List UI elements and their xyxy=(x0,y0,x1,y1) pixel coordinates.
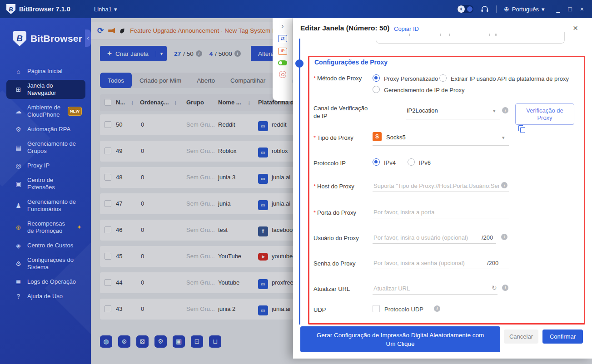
sidebar-item-pagina-inicial[interactable]: ⌂ Página Inicial xyxy=(11,65,85,77)
sidebar-item-ambiente-cloudphone[interactable]: ☁ Ambiente de CloudPhone NEW xyxy=(11,102,85,121)
fingerprint-icon[interactable] xyxy=(279,71,286,78)
minimize-button[interactable]: _ xyxy=(557,5,560,13)
chevron-down-icon: ▾ xyxy=(502,135,505,141)
close-window-button[interactable]: × xyxy=(580,5,584,13)
field-label: Atualizar URL xyxy=(313,285,373,293)
sidebar-item-centro-custos[interactable]: ◈ Centro de Custos xyxy=(11,240,85,251)
sidebar-collapse-handle[interactable]: ‹ xyxy=(85,30,91,47)
sidebar-item-centro-extensoes[interactable]: ▣ Centro de Extensões xyxy=(11,174,85,193)
help-icon: ? xyxy=(15,293,22,300)
side-tools-strip: › ⇄ IP xyxy=(273,18,293,101)
generate-fingerprint-button[interactable]: Gerar Configuração de Impressão Digital … xyxy=(300,326,500,352)
chevron-down-icon: ▾ xyxy=(114,6,117,13)
info-icon[interactable]: i xyxy=(434,305,440,312)
verify-proxy-button[interactable]: Verificação de Proxy xyxy=(515,103,574,125)
field-label: *Host do Proxy xyxy=(313,182,373,190)
refresh-icon[interactable]: ↻ xyxy=(492,284,497,291)
support-headset-icon[interactable] xyxy=(481,5,489,13)
app-title: BitBrowser 7.1.0 xyxy=(19,5,70,13)
ip-check-channel-select[interactable]: IP2Location xyxy=(407,107,438,114)
sidebar-menu: ⌂ Página Inicial ⊞ Janela do Navegador ☁… xyxy=(0,65,91,302)
chevron-down-icon: ▾ xyxy=(542,6,545,13)
sidebar-item-gerenciamento-funcionarios[interactable]: ♟ Gerenciamento de Funcionários xyxy=(11,196,85,215)
cancel-button[interactable]: Cancelar xyxy=(504,330,538,344)
proxy-user-input[interactable]: Por favor, insira o usuário (opcional) xyxy=(373,234,468,241)
radio-gerenciamento-ip[interactable] xyxy=(373,86,380,93)
sidebar-item-logs-operacao[interactable]: ≣ Logs de Operação xyxy=(11,276,85,288)
location-pin-icon: ◎ xyxy=(15,162,22,169)
toggle-icon[interactable] xyxy=(278,60,287,65)
sidebar-item-gerenciamento-grupos[interactable]: ▤ Gerenciamento de Grupos xyxy=(11,138,85,157)
edit-window-modal: Editar Janela (Número: 50) Copiar ID × C… xyxy=(293,18,592,359)
divider xyxy=(496,5,497,13)
sparkle-icon: ✦ xyxy=(77,224,82,231)
reward-icon: ⊛ xyxy=(15,224,22,231)
udp-checkbox[interactable] xyxy=(373,305,380,312)
field-label: *Método de Proxy xyxy=(313,74,373,82)
sidebar: B BitBrowser ⌂ Página Inicial ⊞ Janela d… xyxy=(0,18,91,364)
brand-name: BitBrowser xyxy=(30,33,82,44)
radio-proxy-personalizado[interactable] xyxy=(373,74,380,82)
browser-window-icon: ⊞ xyxy=(15,86,22,93)
sun-icon: ☀ xyxy=(458,5,465,13)
collapse-strip-icon[interactable]: › xyxy=(282,22,284,30)
proxy-section-highlight xyxy=(308,56,585,325)
sidebar-item-janela-do-navegador[interactable]: ⊞ Janela do Navegador xyxy=(6,80,85,99)
window-sync-icon[interactable]: ⇄ xyxy=(278,35,287,42)
sidebar-item-ajuda-uso[interactable]: ? Ajuda de Uso xyxy=(11,290,85,302)
radio-ipv4[interactable] xyxy=(373,158,380,166)
new-badge: NEW xyxy=(68,107,82,116)
gear-icon: ⚙ xyxy=(15,260,22,267)
proxy-password-input[interactable]: Por favor, insira a senha (opcional) xyxy=(373,260,465,266)
document-icon: ≣ xyxy=(15,278,22,285)
field-label: UDP xyxy=(313,306,373,314)
proxy-host-input[interactable]: Suporta "Tipo de Proxy://Host:Porta:Usuá… xyxy=(373,182,499,189)
theme-toggle[interactable]: ☀ xyxy=(457,5,473,13)
section-title: Configurações de Proxy xyxy=(314,59,388,66)
udp-checkbox-label[interactable]: Protocolo UDP xyxy=(384,306,423,313)
person-icon: ♟ xyxy=(15,202,22,209)
refresh-url-input[interactable]: Atualizar URL xyxy=(373,285,410,292)
copy-id-link[interactable]: Copiar ID xyxy=(394,25,419,32)
cloud-icon: ☁ xyxy=(15,108,22,115)
sidebar-item-recompensas-promocao[interactable]: ⊛ Recompensas de Promoção ✦ xyxy=(11,218,85,237)
brand: B BitBrowser xyxy=(0,18,91,46)
field-label: *Porta do Proxy xyxy=(313,209,373,216)
title-bar: B BitBrowser 7.1.0 Linha1 ▾ ☀ ⊕ Portuguê… xyxy=(0,0,592,18)
radio-extrair-ip-api[interactable] xyxy=(439,74,447,82)
theme-toggle-track xyxy=(467,6,473,12)
ip-monitor-icon[interactable]: IP xyxy=(278,48,287,55)
line-selector[interactable]: Linha1 ▾ xyxy=(94,6,117,13)
proxy-type-select[interactable]: Socks5 xyxy=(386,134,406,141)
field-label: Canal de Verificação de IP xyxy=(313,104,373,120)
info-icon[interactable]: i xyxy=(501,234,507,240)
copy-icon[interactable] xyxy=(520,127,525,133)
sidebar-item-configuracoes-sistema[interactable]: ⚙ Configurações do Sistema xyxy=(11,254,85,273)
info-icon[interactable]: i xyxy=(501,182,507,188)
char-counter: /200 xyxy=(487,260,498,266)
bitbrowser-logo-icon: B xyxy=(6,4,15,14)
info-icon[interactable]: i xyxy=(502,107,508,113)
char-counter: /200 xyxy=(482,234,493,241)
home-icon: ⌂ xyxy=(15,68,22,75)
shield-icon: ◈ xyxy=(15,242,22,249)
globe-icon: ⊕ xyxy=(504,5,509,13)
socks5-icon: S xyxy=(373,132,382,141)
maximize-button[interactable]: □ xyxy=(568,5,572,13)
close-modal-icon[interactable]: × xyxy=(573,23,578,33)
chevron-down-icon: ▾ xyxy=(493,108,496,114)
info-icon[interactable]: i xyxy=(502,285,508,291)
field-label: Senha do Proxy xyxy=(313,260,373,267)
sidebar-item-automacao-rpa[interactable]: ⚙ Automação RPA xyxy=(11,123,85,135)
partial-input-field[interactable] xyxy=(376,32,565,44)
sidebar-item-proxy-ip[interactable]: ◎ Proxy IP xyxy=(11,160,85,172)
radio-ipv6[interactable] xyxy=(408,158,415,166)
box-icon: ▣ xyxy=(15,180,22,187)
field-label: Usuário do Proxy xyxy=(313,234,373,242)
robot-icon: ⚙ xyxy=(15,126,22,133)
bitbrowser-shield-icon: B xyxy=(13,31,26,46)
section-progress-line xyxy=(299,39,300,325)
language-selector[interactable]: ⊕ Português ▾ xyxy=(504,5,545,13)
proxy-port-input[interactable]: Por favor, insira a porta xyxy=(373,209,434,216)
confirm-button[interactable]: Confirmar xyxy=(542,330,583,344)
